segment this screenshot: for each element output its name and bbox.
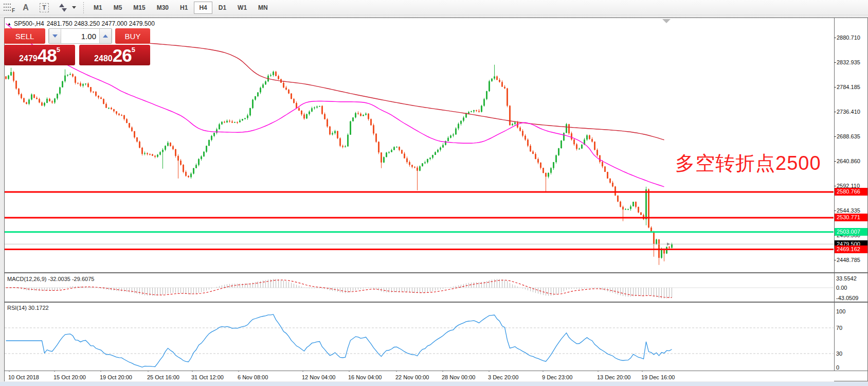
chinese-annotation: 多空转折点2500 bbox=[675, 150, 821, 177]
indicator-axis-label: 0 bbox=[836, 364, 839, 371]
volume-input[interactable] bbox=[61, 29, 99, 43]
price-flag-2503.007: 2503.007 bbox=[835, 228, 867, 236]
macd-signal-line bbox=[6, 280, 672, 297]
price-tick-label: 2880.710 bbox=[837, 34, 860, 41]
symbol-period-label: SP500-,H4 bbox=[14, 20, 44, 27]
price-tick-mark bbox=[834, 186, 836, 186]
price-tick-mark bbox=[834, 112, 836, 112]
time-label: 22 Nov 00:00 bbox=[395, 374, 429, 380]
indicator-axis-label: 33.5542 bbox=[836, 275, 857, 282]
time-label: 19 Oct 20:00 bbox=[100, 374, 132, 380]
price-tick-mark bbox=[834, 38, 836, 38]
time-label: 28 Nov 00:00 bbox=[442, 374, 475, 380]
sell-price-big: 48 bbox=[38, 47, 57, 64]
price-tick-mark bbox=[834, 161, 836, 162]
buy-price-big: 26 bbox=[113, 47, 132, 64]
indicator-axis-label: 30 bbox=[836, 350, 842, 357]
price-tick-label: 2448.785 bbox=[837, 257, 860, 263]
indicator-axis-label: -43.0509 bbox=[836, 295, 858, 301]
time-label: 12 Nov 04:00 bbox=[302, 374, 335, 380]
time-label: 13 Dec 20:00 bbox=[597, 374, 630, 380]
time-label: 10 Oct 2018 bbox=[8, 374, 39, 380]
price-tick-mark bbox=[834, 260, 836, 260]
price-flag-2580.766: 2580.766 bbox=[835, 188, 867, 196]
price-flag-2530.771: 2530.771 bbox=[835, 214, 867, 221]
buy-price-small: 2480 bbox=[94, 54, 113, 64]
sell-price-box[interactable]: 2479485 bbox=[4, 45, 75, 65]
rsi-label: RSI(14) 30.1722 bbox=[7, 305, 49, 311]
time-label: 16 Nov 04:00 bbox=[348, 374, 382, 380]
time-label: 15 Oct 20:00 bbox=[53, 374, 86, 380]
time-label: 31 Oct 12:00 bbox=[191, 374, 224, 380]
chart-title: ▲ SP500-,H4 2481.750 2483.250 2477.000 2… bbox=[7, 20, 155, 27]
price-tick-mark bbox=[834, 210, 836, 211]
indicator-axis-label: 0.00 bbox=[836, 285, 847, 291]
ma-red-line bbox=[122, 42, 664, 140]
volume-decrease-button[interactable] bbox=[49, 29, 61, 43]
symbol-marker-icon: ▲ bbox=[7, 22, 11, 26]
macd-label: MACD(12,26,9) -32.0035 -29.6075 bbox=[7, 276, 94, 282]
price-tick-label: 2640.860 bbox=[837, 158, 860, 164]
time-label: 9 Dec 23:00 bbox=[542, 374, 572, 380]
time-label: 25 Oct 16:00 bbox=[147, 374, 179, 380]
time-label: 6 Nov 08:00 bbox=[238, 374, 268, 380]
ohlc-values: 2481.750 2483.250 2477.000 2479.500 bbox=[47, 20, 155, 27]
time-axis[interactable]: 10 Oct 201815 Oct 20:0019 Oct 20:0025 Oc… bbox=[5, 372, 834, 381]
sell-price-sup: 5 bbox=[57, 46, 60, 54]
sell-price-small: 2479 bbox=[19, 54, 38, 64]
price-tick-label: 2688.635 bbox=[837, 133, 860, 139]
buy-button[interactable]: BUY bbox=[115, 28, 150, 44]
volume-increase-button[interactable] bbox=[99, 29, 112, 43]
indicator-axis-label: 70 bbox=[836, 325, 842, 331]
price-flag-2469.162: 2469.162 bbox=[835, 245, 867, 253]
price-tick-label: 2784.185 bbox=[837, 84, 860, 90]
price-tick-label: 2736.410 bbox=[837, 109, 860, 115]
price-tick-mark bbox=[834, 62, 836, 63]
indicator-axis-label: 100 bbox=[836, 308, 845, 314]
rsi-panel bbox=[5, 314, 834, 367]
price-tick-mark bbox=[834, 87, 836, 87]
one-click-trading-panel: SELL BUY 2479485 2480265 bbox=[4, 28, 150, 65]
macd-panel bbox=[5, 279, 834, 299]
price-tick-label: 2544.335 bbox=[837, 207, 860, 214]
time-label: 3 Dec 20:00 bbox=[488, 374, 518, 380]
status-strip bbox=[0, 382, 868, 386]
buy-price-box[interactable]: 2480265 bbox=[79, 45, 150, 65]
rsi-line bbox=[6, 314, 672, 367]
buy-price-sup: 5 bbox=[132, 46, 135, 54]
time-label: 19 Dec 16:00 bbox=[641, 374, 675, 380]
volume-stepper bbox=[48, 28, 112, 44]
price-tick-label: 2832.935 bbox=[837, 59, 860, 65]
price-tick-mark bbox=[834, 136, 836, 137]
chart-shift-marker-icon[interactable] bbox=[662, 19, 671, 23]
sell-button[interactable]: SELL bbox=[4, 28, 45, 44]
